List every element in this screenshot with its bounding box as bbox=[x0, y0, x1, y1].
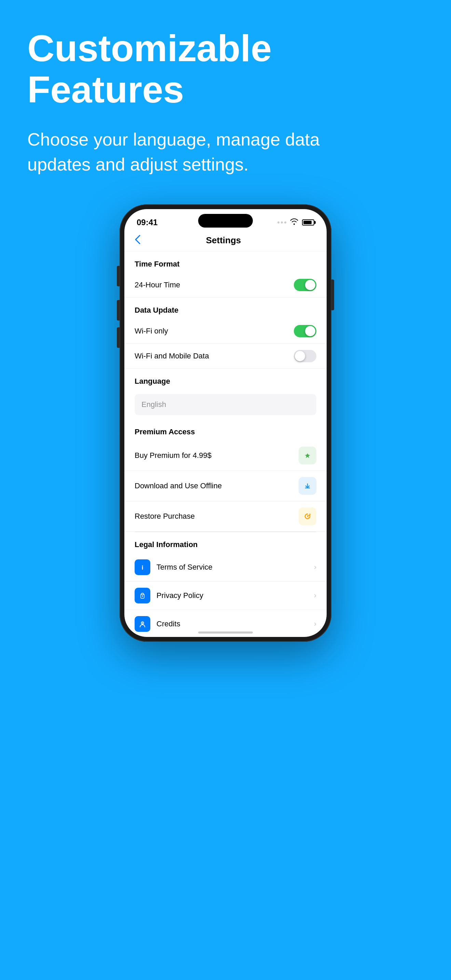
download-offline-label: Download and Use Offline bbox=[135, 482, 222, 490]
terms-icon bbox=[135, 559, 150, 575]
download-offline-row[interactable]: Download and Use Offline bbox=[124, 471, 327, 501]
battery-icon bbox=[302, 220, 314, 226]
settings-content: Time Format 24-Hour Time Data Update Wi-… bbox=[124, 251, 327, 637]
privacy-content: Privacy Policy bbox=[157, 591, 314, 600]
volume-up-button bbox=[117, 300, 119, 320]
subtitle: Choose your language, manage data update… bbox=[27, 127, 335, 177]
restore-purchase-label: Restore Purchase bbox=[135, 512, 195, 521]
nav-title: Settings bbox=[141, 235, 306, 246]
phone-container: 09:41 bbox=[0, 204, 451, 642]
status-time: 09:41 bbox=[137, 218, 157, 227]
svg-point-5 bbox=[142, 565, 143, 566]
terms-content: Terms of Service bbox=[157, 563, 314, 572]
buy-premium-row[interactable]: Buy Premium for 4.99$ bbox=[124, 441, 327, 471]
restore-purchase-row[interactable]: Restore Purchase bbox=[124, 501, 327, 532]
main-title: CustomizableFeatures bbox=[27, 27, 424, 110]
nav-bar: Settings bbox=[124, 230, 327, 251]
privacy-chevron-icon: › bbox=[314, 591, 316, 600]
language-field[interactable]: English bbox=[135, 394, 316, 415]
terms-of-service-row[interactable]: Terms of Service › bbox=[124, 553, 327, 582]
wifi-only-row: Wi-Fi only bbox=[124, 319, 327, 344]
wifi-mobile-label: Wi-Fi and Mobile Data bbox=[135, 352, 209, 361]
phone-device: 09:41 bbox=[119, 204, 332, 642]
signal-icon bbox=[278, 221, 286, 223]
language-value: English bbox=[141, 400, 166, 409]
header-section: CustomizableFeatures Choose your languag… bbox=[0, 0, 451, 191]
24h-time-row: 24-Hour Time bbox=[124, 273, 327, 298]
back-button[interactable] bbox=[135, 234, 141, 247]
terms-label: Terms of Service bbox=[157, 563, 213, 571]
restore-icon bbox=[299, 508, 316, 525]
credits-icon bbox=[135, 616, 150, 632]
24h-time-label: 24-Hour Time bbox=[135, 280, 180, 290]
status-icons bbox=[278, 218, 314, 227]
wifi-icon bbox=[290, 218, 299, 227]
legal-info-header: Legal Information bbox=[124, 532, 327, 553]
home-indicator bbox=[198, 632, 253, 633]
wifi-mobile-toggle[interactable] bbox=[294, 350, 316, 362]
buy-premium-label: Buy Premium for 4.99$ bbox=[135, 451, 211, 460]
privacy-icon bbox=[135, 588, 150, 603]
24h-time-toggle[interactable] bbox=[294, 279, 316, 291]
privacy-policy-row[interactable]: Privacy Policy › bbox=[124, 582, 327, 610]
wifi-only-toggle[interactable] bbox=[294, 325, 316, 337]
time-format-header: Time Format bbox=[124, 251, 327, 273]
language-header: Language bbox=[124, 369, 327, 390]
data-update-header: Data Update bbox=[124, 298, 327, 319]
premium-access-header: Premium Access bbox=[124, 419, 327, 441]
wifi-only-label: Wi-Fi only bbox=[135, 327, 168, 336]
wifi-mobile-row: Wi-Fi and Mobile Data bbox=[124, 344, 327, 369]
phone-screen: 09:41 bbox=[124, 209, 327, 637]
svg-point-9 bbox=[142, 622, 143, 623]
status-bar: 09:41 bbox=[124, 209, 327, 230]
credits-chevron-icon: › bbox=[314, 619, 316, 628]
star-premium-icon bbox=[299, 447, 316, 465]
dynamic-island bbox=[198, 214, 253, 228]
credits-content: Credits bbox=[157, 619, 314, 628]
terms-chevron-icon: › bbox=[314, 563, 316, 572]
privacy-label: Privacy Policy bbox=[157, 591, 203, 600]
volume-down-button bbox=[117, 327, 119, 348]
download-icon bbox=[299, 477, 316, 495]
credits-label: Credits bbox=[157, 619, 180, 628]
